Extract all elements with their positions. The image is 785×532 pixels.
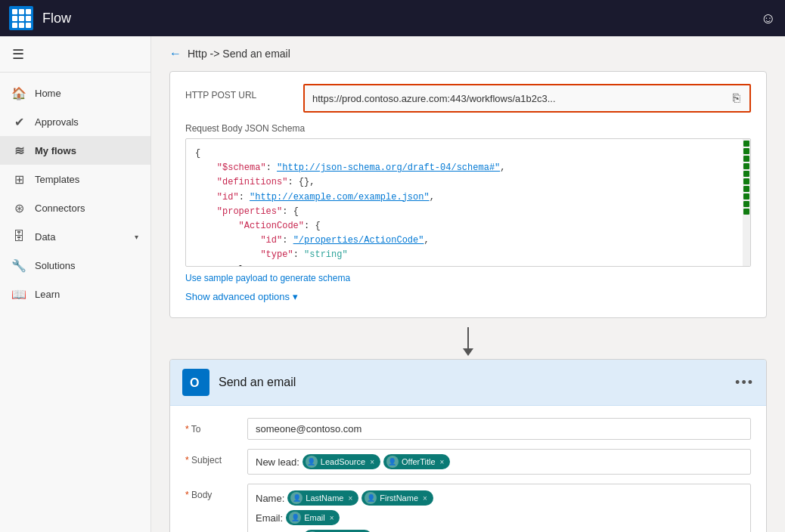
back-button[interactable]: ← [169, 47, 182, 60]
email-more-button[interactable]: ••• [735, 375, 754, 391]
to-input[interactable] [247, 418, 751, 440]
connectors-icon: ⊛ [12, 201, 26, 215]
sidebar-item-data[interactable]: 🗄 Data ▾ [0, 222, 150, 251]
hamburger-button[interactable]: ☰ [12, 46, 24, 63]
data-chevron-icon: ▾ [135, 233, 138, 241]
sidebar: ☰ 🏠 Home ✔ Approvals ≋ My flows ⊞ Templa… [0, 36, 151, 532]
email-tag-label: Email [304, 513, 325, 522]
email-card-header: O Send an email ••• [170, 360, 766, 406]
firstname-remove-button[interactable]: × [423, 494, 427, 503]
sidebar-item-approvals[interactable]: ✔ Approvals [0, 107, 150, 136]
arrow-down-icon [467, 327, 469, 350]
body-line-email: Email: 👤 Email × [256, 510, 743, 525]
leadsource-tag-icon: 👤 [306, 456, 318, 468]
body-field-row: * Body Name: 👤 LastName × [185, 484, 751, 532]
url-box: https://prod.contoso.azure.com:443/workf… [303, 84, 751, 113]
body-name-prefix: Name: [256, 493, 284, 504]
subject-tag-offertitle: 👤 OfferTitle × [383, 454, 450, 469]
app-title: Flow [42, 11, 71, 26]
body-label: * Body [185, 484, 238, 500]
subject-tag-leadsource: 👤 LeadSource × [303, 454, 380, 469]
svg-text:O: O [190, 376, 199, 389]
json-line-5: "properties": { [195, 205, 731, 219]
sidebar-nav: 🏠 Home ✔ Approvals ≋ My flows ⊞ Template… [0, 73, 150, 314]
sidebar-label-data: Data [35, 231, 55, 243]
email-action-card: O Send an email ••• * To [169, 359, 767, 532]
json-content: { "$schema": "http://json-schema.org/dra… [195, 147, 741, 267]
sidebar-item-solutions[interactable]: 🔧 Solutions [0, 251, 150, 280]
sidebar-item-learn[interactable]: 📖 Learn [0, 280, 150, 308]
email-card-body: * To * Subject New lead: 👤 [170, 406, 766, 532]
lastname-tag-icon: 👤 [290, 492, 303, 504]
sidebar-item-connectors[interactable]: ⊛ Connectors [0, 193, 150, 222]
offertitle-tag-icon: 👤 [386, 456, 399, 468]
approvals-icon: ✔ [12, 115, 26, 128]
to-label: * To [185, 418, 238, 435]
subject-prefix: New lead: [256, 456, 299, 468]
offertitle-tag-label: OfferTitle [402, 457, 436, 466]
waffle-menu[interactable] [9, 6, 33, 30]
leadsource-remove-button[interactable]: × [370, 458, 374, 466]
breadcrumb: Http -> Send an email [188, 48, 290, 60]
waffle-icon [12, 9, 31, 28]
sidebar-label-learn: Learn [35, 289, 60, 300]
subject-label: * Subject [185, 449, 238, 466]
json-line-4: "id": "http://example.com/example.json", [195, 190, 731, 205]
main-content: ← Http -> Send an email HTTP POST URL ht… [151, 36, 785, 532]
url-field-value: https://prod.contoso.azure.com:443/workf… [303, 84, 751, 113]
copy-url-button[interactable]: ⎘ [731, 90, 742, 107]
offertitle-remove-button[interactable]: × [440, 458, 445, 466]
to-field-row: * To [185, 418, 751, 440]
firstname-tag-label: FirstName [380, 493, 418, 503]
flow-arrow [169, 318, 767, 359]
firstname-tag-icon: 👤 [365, 492, 377, 504]
subject-input[interactable]: New lead: 👤 LeadSource × 👤 OfferTitle × [247, 449, 751, 475]
subject-required-marker: * [185, 455, 191, 466]
url-text: https://prod.contoso.azure.com:443/workf… [312, 93, 725, 104]
sidebar-label-solutions: Solutions [35, 260, 75, 271]
leadsource-tag-label: LeadSource [321, 457, 365, 466]
body-line-name: Name: 👤 LastName × 👤 FirstName × [256, 490, 743, 506]
top-nav: Flow ☺ [0, 0, 785, 36]
body-label-text: Body [191, 490, 212, 500]
learn-icon: 📖 [12, 287, 26, 301]
feedback-icon[interactable]: ☺ [761, 10, 776, 27]
sidebar-item-templates[interactable]: ⊞ Templates [0, 165, 150, 193]
body-tag-lastname: 👤 LastName × [287, 490, 358, 506]
body-tag-email: 👤 Email × [286, 510, 340, 525]
canvas: HTTP POST URL https://prod.contoso.azure… [151, 71, 785, 532]
json-scrollbar[interactable] [743, 139, 750, 266]
body-tag-firstname: 👤 FirstName × [361, 490, 433, 506]
templates-icon: ⊞ [12, 172, 26, 186]
schema-label: Request Body JSON Schema [185, 123, 751, 134]
email-tag-icon: 👤 [289, 512, 301, 524]
json-line-1: { [195, 147, 731, 161]
schema-section: Request Body JSON Schema { "$schema": "h… [185, 123, 751, 302]
sidebar-label-my-flows: My flows [35, 145, 76, 156]
url-field-label: HTTP POST URL [185, 84, 291, 101]
lastname-remove-button[interactable]: × [348, 494, 352, 503]
sample-payload-link[interactable]: Use sample payload to generate schema [185, 273, 751, 283]
breadcrumb-bar: ← Http -> Send an email [151, 36, 785, 71]
main-layout: ☰ 🏠 Home ✔ Approvals ≋ My flows ⊞ Templa… [0, 36, 785, 532]
to-label-text: To [191, 424, 201, 435]
sidebar-header: ☰ [0, 36, 150, 73]
json-line-3: "definitions": {}, [195, 175, 731, 190]
body-input[interactable]: Name: 👤 LastName × 👤 FirstName × [247, 484, 751, 532]
json-line-7: "id": "/properties/ActionCode", [195, 234, 731, 248]
sidebar-label-home: Home [35, 88, 61, 99]
sidebar-label-connectors: Connectors [35, 203, 85, 214]
sidebar-item-my-flows[interactable]: ≋ My flows [0, 136, 150, 165]
subject-label-text: Subject [191, 455, 222, 466]
my-flows-icon: ≋ [12, 144, 26, 157]
sidebar-item-home[interactable]: 🏠 Home [0, 79, 150, 107]
http-show-advanced[interactable]: Show advanced options ▾ [185, 291, 751, 302]
data-icon: 🗄 [12, 230, 26, 243]
http-trigger-card: HTTP POST URL https://prod.contoso.azure… [169, 71, 767, 318]
to-required-marker: * [185, 424, 191, 435]
json-line-2: "$schema": "http://json-schema.org/draft… [195, 161, 731, 175]
email-remove-button[interactable]: × [330, 514, 334, 522]
json-editor[interactable]: { "$schema": "http://json-schema.org/dra… [185, 138, 751, 267]
body-required-marker: * [185, 490, 191, 500]
email-card-title: Send an email [219, 376, 726, 389]
